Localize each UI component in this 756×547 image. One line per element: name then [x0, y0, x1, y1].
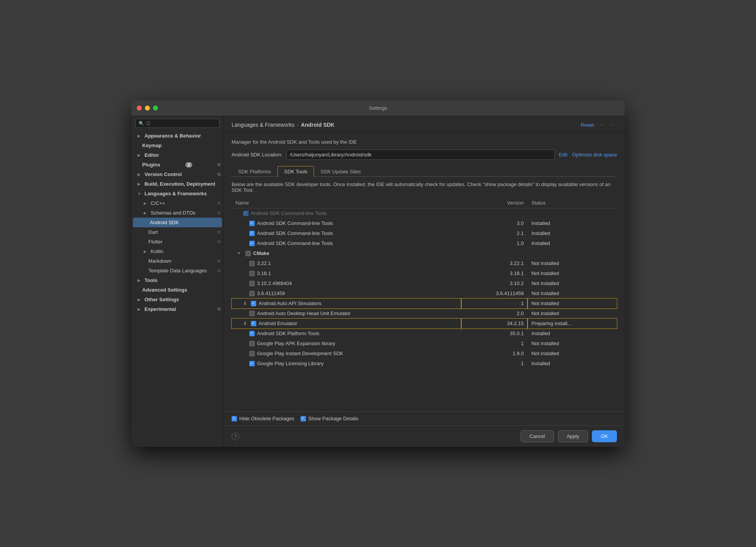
tab-sdk-platforms[interactable]: SDK Platforms	[232, 166, 277, 177]
hide-obsolete-checkbox[interactable]	[232, 416, 237, 421]
row-checkbox[interactable]	[249, 271, 255, 276]
footer-buttons: Cancel Apply OK	[521, 430, 617, 442]
nav-arrows: ← →	[598, 121, 617, 129]
settings-window: Settings 🔍 ▶ Appearance & Behavior Keyma…	[131, 100, 625, 447]
sidebar-item-android-sdk[interactable]: Android SDK	[133, 218, 222, 227]
search-input[interactable]	[146, 121, 216, 126]
version-cell: 3.18.1	[461, 268, 528, 279]
search-box[interactable]: 🔍	[135, 119, 220, 128]
name-cell: Android SDK Command-line Tools	[232, 228, 461, 238]
sidebar-item-plugins[interactable]: Plugins 2 ⧉	[131, 160, 223, 169]
name-cell: ⬇ Android Emulator	[232, 319, 461, 329]
status-cell: Not installed	[528, 279, 617, 289]
sidebar-item-build[interactable]: ▶ Build, Execution, Deployment	[131, 179, 223, 189]
external-link-icon: ⧉	[217, 172, 220, 177]
row-checkbox[interactable]	[249, 291, 255, 296]
row-checkbox[interactable]	[245, 251, 251, 256]
sidebar-item-appearance[interactable]: ▶ Appearance & Behavior	[131, 131, 223, 141]
sidebar-item-dart[interactable]: Dart ⧉	[131, 227, 223, 237]
name-cell: 3.10.2.4988404	[232, 279, 461, 289]
sidebar-item-markdown[interactable]: Markdown ⧉	[131, 256, 223, 266]
back-button[interactable]: ←	[598, 121, 607, 129]
table-row: 3.22.1 3.22.1 Not installed	[232, 258, 617, 268]
version-cell: 1.0	[461, 238, 528, 248]
row-checkbox[interactable]	[249, 221, 255, 226]
maximize-button[interactable]	[153, 106, 158, 111]
version-cell: 3.10.2	[461, 279, 528, 289]
row-checkbox[interactable]	[251, 301, 256, 306]
version-cell	[461, 248, 528, 258]
status-cell	[528, 248, 617, 258]
status-cell: Not installed	[528, 299, 617, 309]
tab-sdk-tools[interactable]: SDK Tools	[277, 166, 314, 177]
version-cell: 3.22.1	[461, 258, 528, 268]
expand-icon[interactable]: ▼	[237, 251, 243, 255]
sidebar-item-schemas[interactable]: ▶ Schemas and DTDs ⧉	[131, 208, 223, 218]
apply-button[interactable]: Apply	[558, 430, 588, 442]
chevron-right-icon: ▶	[138, 279, 142, 282]
sdk-location-actions: Edit Optimize disk space	[559, 152, 617, 158]
sidebar-item-other-settings[interactable]: ▶ Other Settings	[131, 295, 223, 304]
sidebar-item-advanced-settings[interactable]: Advanced Settings	[131, 285, 223, 295]
sidebar-item-languages[interactable]: ▼ Languages & Frameworks	[131, 189, 223, 198]
external-link-icon: ⧉	[217, 268, 220, 273]
sidebar-item-tools[interactable]: ▶ Tools	[131, 275, 223, 285]
row-checkbox[interactable]	[249, 261, 255, 266]
sidebar-item-keymap[interactable]: Keymap	[131, 141, 223, 150]
traffic-lights	[137, 106, 158, 111]
row-checkbox[interactable]	[249, 241, 255, 246]
hide-obsolete-label[interactable]: Hide Obsolete Packages	[232, 416, 294, 421]
row-checkbox[interactable]	[249, 341, 255, 346]
sidebar-item-cpp[interactable]: ▶ C/C++ ⧉	[131, 198, 223, 208]
row-checkbox[interactable]	[243, 211, 249, 216]
status-cell: Installed	[528, 228, 617, 238]
external-link-icon: ⧉	[217, 258, 220, 263]
row-checkbox[interactable]	[249, 331, 255, 336]
external-link-icon: ⧉	[217, 230, 220, 235]
minimize-button[interactable]	[145, 106, 150, 111]
reset-button[interactable]: Reset	[581, 122, 594, 128]
row-checkbox[interactable]	[249, 311, 255, 316]
tab-sdk-update-sites[interactable]: SDK Update Sites	[314, 166, 368, 177]
sidebar-item-flutter[interactable]: Flutter ⧉	[131, 237, 223, 247]
name-cell: 3.6.4111459	[232, 289, 461, 299]
sidebar-item-template-data[interactable]: Template Data Languages ⧉	[131, 266, 223, 275]
name-cell: Google Play Licensing Library	[232, 359, 461, 369]
version-cell: 2.1	[461, 228, 528, 238]
chevron-right-icon: ▶	[138, 153, 142, 157]
sdk-location-input[interactable]	[286, 149, 555, 160]
sidebar-item-editor[interactable]: ▶ Editor	[131, 150, 223, 160]
version-cell	[461, 208, 528, 218]
row-checkbox[interactable]	[249, 351, 255, 356]
status-cell	[528, 208, 617, 218]
row-checkbox[interactable]	[249, 361, 255, 366]
sidebar-item-version-control[interactable]: ▶ Version Control ⧉	[131, 169, 223, 179]
forward-button[interactable]: →	[608, 121, 617, 129]
optimize-disk-button[interactable]: Optimize disk space	[572, 152, 617, 158]
breadcrumb: Languages & Frameworks › Android SDK	[232, 122, 334, 128]
panel-header: Languages & Frameworks › Android SDK Res…	[224, 116, 625, 133]
show-package-details-checkbox[interactable]	[301, 416, 306, 421]
close-button[interactable]	[137, 106, 142, 111]
sidebar-item-kotlin[interactable]: ▶ Kotlin	[131, 247, 223, 256]
col-status: Status	[528, 198, 617, 208]
sidebar: 🔍 ▶ Appearance & Behavior Keymap ▶ Edito…	[131, 116, 224, 447]
name-cell: ⬇ Android Auto API Simulators	[232, 299, 461, 309]
ok-button[interactable]: OK	[592, 430, 617, 442]
help-button[interactable]: ?	[232, 433, 239, 440]
name-cell: Google Play Instant Development SDK	[232, 349, 461, 359]
status-cell: Not installed	[528, 349, 617, 359]
row-checkbox[interactable]	[251, 321, 256, 326]
name-cell: ▼ CMake	[232, 248, 461, 258]
sidebar-item-experimental[interactable]: ▶ Experimental ⧉	[131, 304, 223, 314]
sdk-location-row: Android SDK Location: Edit Optimize disk…	[232, 149, 617, 160]
external-link-icon: ⧉	[217, 162, 220, 167]
row-checkbox[interactable]	[249, 231, 255, 236]
chevron-right-icon: ▶	[138, 298, 142, 302]
edit-button[interactable]: Edit	[559, 152, 567, 158]
row-checkbox[interactable]	[249, 281, 255, 286]
cancel-button[interactable]: Cancel	[521, 430, 554, 442]
show-package-details-label[interactable]: Show Package Details	[301, 416, 358, 421]
table-row: Google Play Instant Development SDK 1.9.…	[232, 349, 617, 359]
breadcrumb-current: Android SDK	[301, 122, 334, 128]
